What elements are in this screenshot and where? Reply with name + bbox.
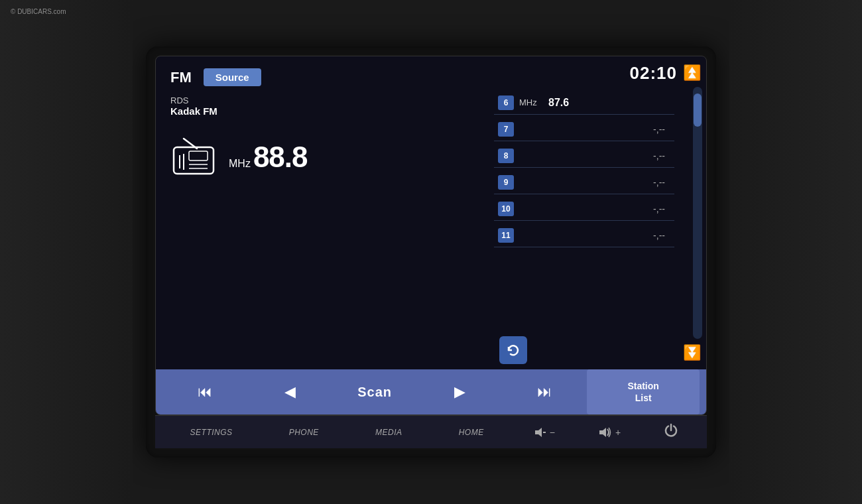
- fm-label: FM: [170, 69, 192, 86]
- station-row[interactable]: 6 MHz 87.6: [494, 91, 674, 115]
- nav-home[interactable]: HOME: [452, 425, 491, 440]
- control-bar: ⏮ ◀ Scan ▶ ⏭ StationList: [156, 369, 706, 414]
- station-list: 6 MHz 87.6 7 -,-- 8 -,--: [494, 91, 677, 247]
- mhz-value: 88.8: [253, 141, 308, 174]
- right-panel: 02:10 ⏫ 6 MHz 87.6: [494, 56, 706, 369]
- scan-button[interactable]: Scan: [332, 369, 417, 414]
- next-icon: ▶: [454, 383, 465, 401]
- station-row[interactable]: 10 -,--: [494, 197, 674, 221]
- station-row[interactable]: 9 -,--: [494, 170, 674, 194]
- volume-up-button[interactable]: +: [598, 426, 621, 438]
- next-track-icon: ⏭: [537, 383, 552, 401]
- station-number: 9: [498, 175, 514, 190]
- source-button[interactable]: Source: [204, 68, 261, 86]
- station-row[interactable]: 11 -,--: [494, 223, 674, 247]
- volume-down-button[interactable]: −: [534, 426, 555, 438]
- scroll-up-button[interactable]: ⏫: [681, 60, 702, 86]
- scroll-down-button[interactable]: ⏬: [681, 340, 702, 365]
- station-dash: -,--: [519, 204, 670, 214]
- station-number: 8: [498, 149, 514, 163]
- svg-marker-9: [599, 428, 606, 437]
- station-dash: -,--: [519, 151, 670, 161]
- vol-minus-label: −: [550, 427, 555, 438]
- station-freq-label: MHz: [519, 97, 543, 107]
- station-freq-value: 87.6: [548, 97, 670, 109]
- svg-rect-4: [189, 151, 208, 160]
- refresh-btn-area: [499, 336, 527, 364]
- nav-bar: SETTINGS PHONE MEDIA HOME − +: [155, 415, 707, 448]
- prev-track-button[interactable]: ⏮: [162, 369, 247, 414]
- power-button[interactable]: [664, 423, 678, 441]
- prev-icon: ◀: [284, 383, 296, 401]
- nav-phone[interactable]: PHONE: [282, 425, 326, 440]
- radio-icon: [170, 135, 217, 178]
- mhz-unit: MHz: [229, 158, 251, 170]
- scrollbar-track[interactable]: [693, 87, 702, 339]
- prev-track-icon: ⏮: [198, 383, 212, 401]
- station-row[interactable]: 7 -,--: [494, 117, 674, 141]
- next-track-button[interactable]: ⏭: [502, 369, 587, 414]
- station-dash: -,--: [519, 124, 670, 135]
- station-number: 10: [498, 202, 514, 216]
- station-number: 7: [498, 122, 514, 137]
- station-dash: -,--: [519, 177, 670, 188]
- watermark: © DUBICARS.com: [11, 8, 66, 15]
- station-name: Kadak FM: [170, 105, 479, 117]
- nav-settings[interactable]: SETTINGS: [184, 425, 239, 440]
- vol-plus-label: +: [615, 427, 621, 438]
- next-button[interactable]: ▶: [417, 369, 502, 414]
- station-number: 11: [498, 228, 514, 243]
- refresh-button[interactable]: [499, 336, 527, 364]
- chevron-down-icon: ⏬: [683, 346, 701, 360]
- chevron-up-icon: ⏫: [683, 66, 701, 80]
- station-row[interactable]: 8 -,--: [494, 144, 674, 168]
- rds-label: RDS: [170, 95, 479, 105]
- frequency-display: MHz 88.8: [229, 141, 308, 174]
- prev-button[interactable]: ◀: [247, 369, 332, 414]
- station-dash: -,--: [519, 230, 670, 241]
- left-panel: FM Source RDS Kadak FM: [156, 56, 494, 369]
- station-list-button[interactable]: StationList: [587, 369, 700, 414]
- nav-media[interactable]: MEDIA: [369, 425, 409, 440]
- station-number: 6: [498, 95, 514, 110]
- svg-marker-7: [535, 428, 542, 437]
- scrollbar-thumb[interactable]: [694, 94, 702, 127]
- time-display: 02:10: [630, 63, 678, 84]
